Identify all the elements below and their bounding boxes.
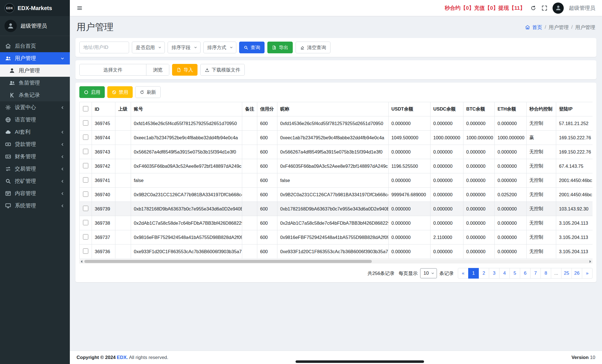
row-checkbox[interactable] (83, 177, 88, 183)
sort-field-select[interactable]: 排序字段 (168, 42, 201, 53)
import-button[interactable]: 导入 (172, 64, 198, 76)
cell-nickname: 0x566267a4df8549f5a3915e075b3b15f394d1e3… (277, 145, 389, 159)
row-checkbox[interactable] (83, 206, 88, 211)
chevron-left-icon (60, 154, 65, 159)
row-checkbox[interactable] (83, 135, 88, 140)
query-button[interactable]: 查询 (239, 42, 265, 53)
ban-icon (112, 90, 116, 95)
cell-parent (115, 116, 131, 131)
table-row: 3697430x566267a4df8549f5a3915e075b3b15f3… (80, 145, 593, 159)
page-6[interactable]: 6 (520, 268, 530, 279)
row-checkbox[interactable] (83, 191, 88, 197)
chevron-down-icon (229, 46, 233, 49)
page-head: 用户管理 首页 / 用户管理 / 用户管理 (77, 21, 595, 33)
sort-order-select[interactable]: 排序方式 (203, 42, 236, 53)
fullscreen-icon[interactable] (541, 5, 548, 11)
row-checkbox[interactable] (83, 220, 88, 225)
cell-usdt: 1196.525500 (389, 159, 430, 173)
page-4[interactable]: 4 (499, 268, 510, 279)
row-checkbox[interactable] (83, 234, 88, 240)
sidebar-item-content-management[interactable]: 内容管理 (0, 187, 70, 200)
sidebar-item-dashboard[interactable]: 后台首页 (0, 40, 70, 52)
refresh-icon[interactable] (530, 5, 536, 11)
cell-account: 0xb1782168D9bA63637b0c7e955e343d6a0D2e94… (131, 202, 242, 216)
clear-query-button[interactable]: 清空查询 (296, 42, 330, 53)
sidebar-user-name: 超级管理员 (20, 22, 47, 30)
cell-nickname: 0xfd14536e26c5f4cd55f7812579255d2651d709… (277, 116, 389, 131)
column-header: USDT余额 (389, 102, 430, 116)
enable-button[interactable]: 启用 (79, 86, 105, 98)
cell-nickname: 0xb1782168D9bA63637b0c7e955e343d6a0D2e94… (277, 202, 389, 216)
page-8[interactable]: 8 (541, 268, 551, 279)
page-1[interactable]: 1 (468, 268, 479, 279)
page-25[interactable]: 25 (561, 268, 572, 279)
topbar-avatar[interactable] (553, 3, 564, 14)
page-26[interactable]: 26 (572, 268, 582, 279)
refresh-table-button[interactable]: 刷新 (135, 86, 161, 98)
sidebar-item-trade-management[interactable]: 交易管理 (0, 163, 70, 175)
sidebar-item-label: 系统管理 (15, 202, 36, 209)
page-next[interactable]: » (582, 268, 593, 279)
cell-ip: 3.105.204.113 (556, 216, 593, 230)
sidebar-item-user-management[interactable]: 用户管理 (0, 52, 70, 64)
cell-usdc: 0.000000 (430, 145, 463, 159)
sidebar-subitem-fry-management[interactable]: 鱼苗管理 (0, 77, 70, 89)
language-icon (5, 117, 11, 123)
page-prev[interactable]: « (458, 268, 468, 279)
scrollbar-thumb[interactable] (84, 260, 372, 263)
row-checkbox[interactable] (83, 120, 88, 126)
per-page-select[interactable]: 10 (420, 268, 437, 278)
sidebar-item-mining-management[interactable]: 挖矿管理 (0, 175, 70, 187)
disable-button[interactable]: 禁用 (107, 86, 133, 98)
cell-nickname: 0x9B2C0a231CC126CA77b981BA334197DfCb668c… (277, 188, 389, 202)
version: Version10 (572, 355, 595, 360)
refresh-icon (140, 90, 144, 95)
search-input[interactable] (79, 42, 129, 53)
sidebar-item-settings-center[interactable]: 设置中心 (0, 101, 70, 114)
enabled-select[interactable]: 是否启用 (132, 42, 165, 53)
breadcrumb-current: 用户管理 (575, 24, 595, 31)
breadcrumb-home[interactable]: 首页 (525, 24, 542, 31)
page-7[interactable]: 7 (530, 268, 541, 279)
horizontal-scrollbar[interactable] (79, 259, 593, 264)
cell-id: 369737 (92, 230, 115, 245)
export-button[interactable]: 导出 (267, 42, 293, 53)
file-input[interactable]: 选择文件 浏览 (79, 64, 169, 76)
cell-ip: 3.105.204.113 (556, 245, 593, 259)
user-icon (7, 22, 14, 30)
sidebar-item-finance-management[interactable]: 财务管理 (0, 150, 70, 163)
sidebar-item-loan-management[interactable]: 贷款管理 (0, 138, 70, 150)
cell-account: 0xe933F1d20C1F863553cAc7b36B6006f3903b35… (131, 245, 242, 259)
column-header: ID (92, 102, 115, 116)
scroll-left-arrow[interactable] (79, 259, 84, 264)
column-header: 账号 (131, 102, 242, 116)
hamburger-icon[interactable] (77, 5, 83, 11)
select-all-checkbox[interactable] (83, 106, 88, 111)
cell-usdt: 9999476.689000 (389, 188, 430, 202)
row-checkbox[interactable] (83, 149, 88, 154)
footer-brand-link[interactable]: EDX. (117, 355, 128, 360)
browse-button[interactable]: 浏览 (146, 64, 169, 75)
row-checkbox[interactable] (83, 248, 88, 254)
page-5[interactable]: 5 (510, 268, 520, 279)
sidebar-item-system-management[interactable]: 系统管理 (0, 200, 70, 212)
cell-eth: 0.000000 (495, 116, 527, 131)
scroll-right-arrow[interactable] (588, 259, 593, 264)
cell-control: 无控制 (527, 188, 556, 202)
cell-eth: 0.000000 (495, 216, 527, 230)
download-template-button[interactable]: 下载模版文件 (200, 64, 245, 76)
brand-logo: EDX (4, 3, 15, 13)
page-2[interactable]: 2 (479, 268, 489, 279)
topbar-user-name[interactable]: 超级管理员 (569, 4, 595, 12)
cell-account: 0xF46035F66ba09A3c52Aee8e972bf148897dA24… (131, 159, 242, 173)
sidebar-subitem-kill-fish-records[interactable]: 杀鱼记录 (0, 89, 70, 101)
row-checkbox[interactable] (83, 163, 88, 168)
page-3[interactable]: 3 (489, 268, 499, 279)
sidebar-subitem-user-management[interactable]: 用户管理 (0, 64, 70, 77)
cell-usdt: 1049.500000 (389, 131, 430, 145)
per-page-label: 每页显示 (399, 270, 418, 277)
brand[interactable]: EDX EDX-Markets (0, 0, 70, 16)
sidebar-item-language-management[interactable]: 语言管理 (0, 114, 70, 126)
sidebar-item-ai-arbitrage[interactable]: AI套利 (0, 126, 70, 138)
cell-btc: 0.000000 (463, 145, 495, 159)
